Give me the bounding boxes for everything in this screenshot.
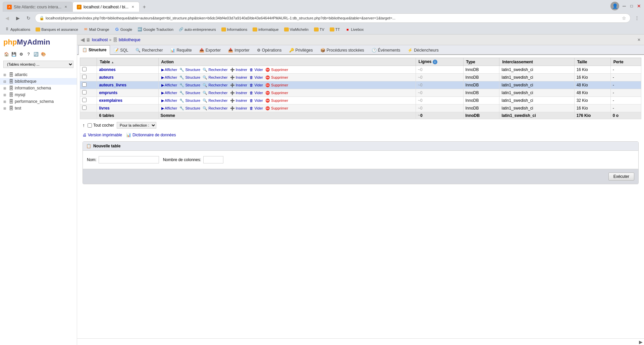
bookmark-banques[interactable]: Banques et assurance <box>34 26 80 32</box>
check-all-checkbox[interactable] <box>88 123 92 128</box>
db-item-test[interactable]: ⊞ 🗄 test <box>0 105 77 112</box>
collapse-sidebar-icon[interactable]: ◀ <box>80 37 85 43</box>
help-icon[interactable]: ? <box>25 51 32 57</box>
bookmark-auto-entrepreneurs[interactable]: 🔗 auto-entrepreneurs <box>177 26 218 33</box>
panel-collapse-icon[interactable]: ✕ <box>637 38 641 42</box>
db-select[interactable]: (Tables récentes) ... <box>3 61 73 68</box>
action-structure-4[interactable]: 🔧 Structure <box>179 98 200 103</box>
tab-requete[interactable]: 📊 Requête <box>166 46 195 55</box>
select-arrow-icon[interactable]: ↑ <box>83 123 85 128</box>
tab-declencheurs[interactable]: ⚡ Déclencheurs <box>404 46 442 55</box>
action-supprimer-1[interactable]: ⛔ Supprimer <box>265 75 288 80</box>
checkbox-2[interactable] <box>82 82 87 87</box>
new-tab-button[interactable]: + <box>140 2 149 12</box>
tab-close-2[interactable]: ✕ <box>130 5 135 9</box>
checkbox-4[interactable] <box>82 98 87 102</box>
db-item-bibliotheque[interactable]: ⊟ 🗄 bibliotheque <box>0 78 77 85</box>
action-supprimer-0[interactable]: ⛔ Supprimer <box>265 68 288 72</box>
action-afficher-3[interactable]: ▶ Afficher <box>161 91 177 95</box>
action-rechercher-4[interactable]: 🔍 Rechercher <box>203 98 227 103</box>
action-insérer-5[interactable]: ➕ Insérer <box>230 106 247 111</box>
table-name-link-4[interactable]: exemplaires <box>99 98 122 103</box>
bookmark-star-icon[interactable]: ☆ <box>622 15 626 21</box>
bookmark-tt[interactable]: TT <box>328 26 342 32</box>
db-selector[interactable]: (Tables récentes) ... <box>3 61 73 68</box>
print-version-link[interactable]: 🖨 Version imprimable <box>83 133 122 137</box>
action-insérer-4[interactable]: ➕ Insérer <box>230 98 247 103</box>
tab-procedures[interactable]: 📦 Procédures stockées <box>317 46 368 55</box>
tab-site-atlantic[interactable]: A Site Atlantic: cours intera... ✕ <box>3 2 72 12</box>
bookmark-informations[interactable]: Informations <box>219 26 250 32</box>
action-supprimer-2[interactable]: ⛔ Supprimer <box>265 83 288 87</box>
db-item-atlantic[interactable]: ⊞ 🗄 atlantic <box>0 71 77 78</box>
colonnes-input[interactable] <box>203 156 223 163</box>
checkbox-1[interactable] <box>82 75 87 79</box>
bookmark-informatique[interactable]: informatique <box>251 26 281 32</box>
bookmark-tv[interactable]: TV <box>312 26 326 32</box>
info-lignes-icon[interactable]: i <box>433 60 437 64</box>
action-vider-3[interactable]: 🗑 Vider <box>250 91 263 95</box>
action-afficher-4[interactable]: ▶ Afficher <box>161 98 177 103</box>
table-name-link-2[interactable]: auteurs_livres <box>99 83 126 87</box>
action-rechercher-0[interactable]: 🔍 Rechercher <box>203 68 227 72</box>
action-supprimer-3[interactable]: ⛔ Supprimer <box>265 91 288 95</box>
checkbox-3[interactable] <box>82 90 87 94</box>
action-rechercher-2[interactable]: 🔍 Rechercher <box>203 83 227 87</box>
table-name-link-0[interactable]: abonnes <box>99 67 115 72</box>
action-afficher-1[interactable]: ▶ Afficher <box>161 75 177 80</box>
pour-selection-select[interactable]: Pour la sélection : Afficher Structure R… <box>117 122 156 129</box>
bookmark-livebox[interactable]: ■ Livebox <box>343 26 366 33</box>
bookmark-mail-orange[interactable]: ✉ Mail Orange <box>82 26 111 33</box>
scroll-right-icon[interactable]: ▶ <box>639 339 643 345</box>
row-checkbox-2[interactable] <box>80 81 97 89</box>
theme-icon[interactable]: 🎨 <box>40 51 46 57</box>
menu-button[interactable]: ⋮ <box>633 14 641 22</box>
table-name-link-3[interactable]: emprunts <box>99 90 117 95</box>
tab-evenements[interactable]: 🕐 Événements <box>368 46 404 55</box>
action-insérer-1[interactable]: ➕ Insérer <box>230 75 247 80</box>
action-afficher-5[interactable]: ▶ Afficher <box>161 106 177 111</box>
breadcrumb-database-link[interactable]: bibliotheque <box>119 38 141 42</box>
action-vider-1[interactable]: 🗑 Vider <box>250 75 263 79</box>
bookmark-applications[interactable]: ⠿ Applications <box>3 26 32 33</box>
tab-sql[interactable]: 📝 SQL <box>110 46 132 55</box>
db-item-performance-schema[interactable]: ⊞ 🗄 performance_schema <box>0 98 77 105</box>
action-afficher-2[interactable]: ▶ Afficher <box>161 83 177 87</box>
back-button[interactable]: ◀ <box>3 14 11 22</box>
checkbox-5[interactable] <box>82 106 87 110</box>
action-insérer-3[interactable]: ➕ Insérer <box>230 91 247 95</box>
row-checkbox-3[interactable] <box>80 89 97 97</box>
row-checkbox-4[interactable] <box>80 97 97 105</box>
action-supprimer-5[interactable]: ⛔ Supprimer <box>265 106 288 111</box>
th-table[interactable]: Table ▲ <box>97 58 158 66</box>
action-structure-1[interactable]: 🔧 Structure <box>179 75 200 80</box>
action-vider-0[interactable]: 🗑 Vider <box>250 68 263 72</box>
minimize-button[interactable]: ─ <box>622 4 627 8</box>
tab-close-1[interactable]: ✕ <box>63 5 68 9</box>
save-icon[interactable]: 💾 <box>11 51 17 57</box>
db-item-information-schema[interactable]: ⊞ 🗄 information_schema <box>0 85 77 91</box>
action-structure-2[interactable]: 🔧 Structure <box>179 83 200 87</box>
db-item-mysql[interactable]: ⊞ 🗄 mysql <box>0 91 77 98</box>
table-name-link-5[interactable]: livres <box>99 106 109 111</box>
tab-phpmyadmin[interactable]: ⚡ localhost / localhost / bi... ✕ <box>72 2 140 12</box>
tab-privileges[interactable]: 🔑 Privilèges <box>285 46 317 55</box>
action-structure-3[interactable]: 🔧 Structure <box>179 91 200 95</box>
home-icon[interactable]: 🏠 <box>3 51 9 57</box>
action-vider-5[interactable]: 🗑 Vider <box>250 106 263 110</box>
tab-rechercher[interactable]: 🔍 Rechercher <box>132 46 166 55</box>
row-checkbox-5[interactable] <box>80 105 97 112</box>
tab-operations[interactable]: ⚙ Opérations <box>253 46 285 55</box>
action-rechercher-3[interactable]: 🔍 Rechercher <box>203 91 227 95</box>
row-checkbox-1[interactable] <box>80 74 97 81</box>
action-vider-2[interactable]: 🗑 Vider <box>250 83 263 87</box>
user-avatar[interactable]: 👤 <box>610 2 619 10</box>
maximize-button[interactable]: □ <box>629 4 634 8</box>
execute-button[interactable]: Exécuter <box>608 172 634 181</box>
refresh-button[interactable]: ↻ <box>24 14 33 22</box>
row-checkbox-0[interactable] <box>80 66 97 74</box>
bookmark-google[interactable]: G Google <box>113 26 134 33</box>
action-vider-4[interactable]: 🗑 Vider <box>250 98 263 102</box>
action-insérer-0[interactable]: ➕ Insérer <box>230 68 247 72</box>
table-name-link-1[interactable]: auteurs <box>99 75 113 80</box>
